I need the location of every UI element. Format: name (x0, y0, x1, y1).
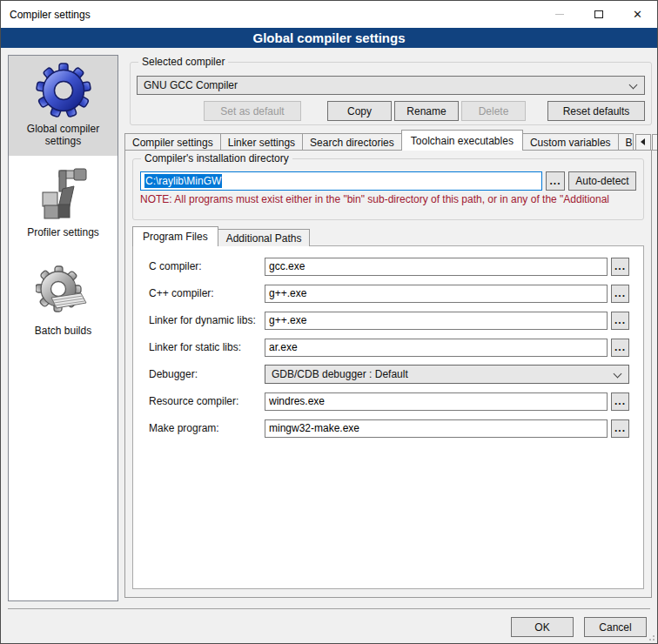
tab-compiler-settings[interactable]: Compiler settings (124, 133, 221, 151)
maximize-button[interactable] (579, 1, 618, 28)
form-row-linker-static: Linker for static libs: ... (149, 338, 629, 357)
close-button[interactable]: ✕ (618, 1, 657, 28)
cpp-compiler-input[interactable] (265, 285, 608, 303)
c-compiler-input[interactable] (265, 258, 608, 276)
debugger-select-value: GDB/CDB debugger : Default (272, 368, 408, 380)
reset-defaults-button[interactable]: Reset defaults (547, 101, 645, 121)
auto-detect-button[interactable]: Auto-detect (568, 171, 636, 191)
minimize-icon (555, 14, 564, 15)
form-row-c-compiler: C compiler: ... (149, 257, 629, 276)
tab-toolchain-executables[interactable]: Toolchain executables (401, 130, 523, 151)
cpp-compiler-browse-button[interactable]: ... (611, 285, 629, 303)
install-dir-input[interactable]: C:\raylib\MinGW (140, 171, 542, 191)
linker-dynamic-label: Linker for dynamic libs: (149, 314, 265, 326)
installation-directory-row: C:\raylib\MinGW ... Auto-detect (140, 171, 636, 191)
c-compiler-label: C compiler: (149, 260, 265, 272)
linker-static-browse-button[interactable]: ... (611, 339, 629, 357)
tab-custom-variables[interactable]: Custom variables (522, 133, 619, 151)
cancel-button[interactable]: Cancel (584, 617, 647, 637)
close-icon: ✕ (633, 9, 642, 20)
linker-dynamic-input[interactable] (265, 312, 608, 330)
form-row-make-program: Make program: ... (149, 419, 629, 438)
compiler-select[interactable]: GNU GCC Compiler (137, 76, 645, 95)
compiler-settings-dialog: Compiler settings ✕ Global compiler sett… (0, 0, 658, 644)
c-compiler-browse-button[interactable]: ... (611, 258, 629, 276)
rename-button[interactable]: Rename (394, 101, 459, 121)
ok-button[interactable]: OK (511, 617, 574, 637)
tab-linker-settings[interactable]: Linker settings (220, 133, 303, 151)
delete-button[interactable]: Delete (461, 101, 526, 121)
linker-static-label: Linker for static libs: (149, 341, 265, 353)
maximize-icon (594, 10, 603, 18)
program-files-panel: C compiler: ... C++ compiler: ... Linker… (132, 245, 644, 589)
debugger-label: Debugger: (149, 368, 265, 380)
sidebar-item-global-compiler-settings[interactable]: Global compiler settings (9, 56, 118, 156)
resource-compiler-browse-button[interactable]: ... (611, 392, 629, 411)
footer-divider (8, 608, 650, 609)
installation-directory-group: Compiler's installation directory C:\ray… (132, 158, 644, 220)
tab-build-options-truncated[interactable]: Build (618, 133, 634, 151)
make-program-input[interactable] (265, 419, 608, 438)
compiler-select-value: GNU GCC Compiler (144, 79, 238, 91)
resize-grip[interactable] (648, 634, 655, 641)
cpp-compiler-label: C++ compiler: (149, 287, 265, 299)
subtab-additional-paths[interactable]: Additional Paths (218, 229, 311, 246)
sidebar-item-label: Global compiler settings (9, 123, 118, 147)
sidebar-item-profiler-settings[interactable]: Profiler settings (9, 156, 118, 238)
minimize-button[interactable] (540, 1, 579, 28)
linker-dynamic-browse-button[interactable]: ... (611, 312, 629, 330)
form-row-resource-compiler: Resource compiler: ... (149, 392, 629, 411)
resource-compiler-label: Resource compiler: (149, 395, 265, 407)
set-as-default-button[interactable]: Set as default (204, 101, 301, 121)
selected-compiler-group: Selected compiler GNU GCC Compiler Set a… (130, 62, 652, 125)
window-title: Compiler settings (1, 9, 91, 21)
chevron-down-icon (629, 81, 638, 90)
make-program-browse-button[interactable]: ... (611, 419, 629, 438)
gray-gear-stack-icon (36, 265, 91, 320)
title-bar[interactable]: Compiler settings ✕ (1, 1, 657, 28)
debugger-select[interactable]: GDB/CDB debugger : Default (265, 365, 629, 384)
compiler-buttons-row: Set as default Copy Rename Delete Reset … (137, 101, 645, 121)
program-files-tab-strip: Program Files Additional Paths (132, 226, 309, 246)
banner-title: Global compiler settings (252, 30, 405, 45)
installation-directory-legend: Compiler's installation directory (141, 152, 292, 164)
bin-subdirectory-note: NOTE: All programs must exist either in … (140, 193, 636, 205)
form-row-debugger: Debugger: GDB/CDB debugger : Default (149, 365, 629, 384)
blue-gear-icon (36, 63, 91, 118)
form-row-cpp-compiler: C++ compiler: ... (149, 284, 629, 303)
window-controls: ✕ (540, 1, 657, 28)
install-dir-browse-button[interactable]: ... (546, 171, 565, 191)
tab-scroll-buttons (634, 133, 658, 151)
arrow-left-icon (641, 138, 645, 145)
main-tab-strip: Compiler settings Linker settings Search… (124, 131, 650, 151)
subtab-program-files[interactable]: Program Files (132, 226, 218, 246)
copy-button[interactable]: Copy (327, 101, 392, 121)
caliper-icon (36, 166, 91, 222)
linker-static-input[interactable] (265, 339, 608, 357)
make-program-label: Make program: (149, 422, 265, 434)
sidebar-item-batch-builds[interactable]: Batch builds (9, 238, 118, 337)
tab-scroll-right-button[interactable] (652, 134, 658, 151)
chevron-down-icon (614, 370, 622, 379)
form-row-linker-dynamic: Linker for dynamic libs: ... (149, 311, 629, 330)
selected-compiler-legend: Selected compiler (138, 56, 228, 68)
sidebar-item-label: Batch builds (31, 325, 95, 337)
tab-scroll-left-button[interactable] (635, 134, 651, 151)
toolchain-executables-panel: Compiler's installation directory C:\ray… (124, 150, 652, 598)
settings-sidebar: Global compiler settings Profiler settin… (8, 55, 118, 601)
resource-compiler-input[interactable] (265, 392, 608, 411)
tab-search-directories[interactable]: Search directories (302, 133, 402, 151)
sidebar-item-label: Profiler settings (24, 226, 103, 238)
banner: Global compiler settings (1, 28, 657, 48)
install-dir-selected-text: C:\raylib\MinGW (144, 174, 222, 188)
